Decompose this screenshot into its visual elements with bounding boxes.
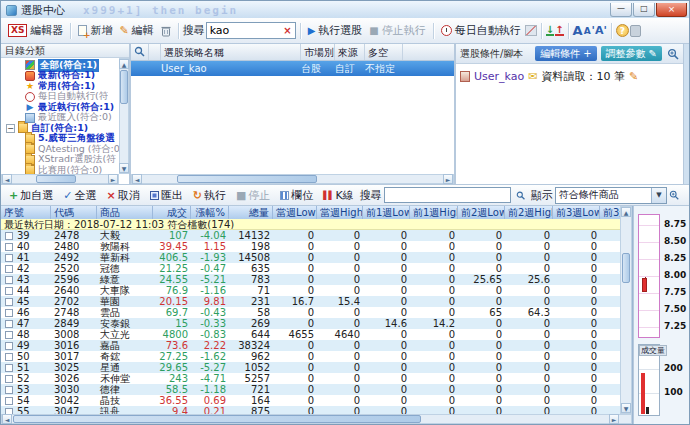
row-checkbox[interactable] [5,298,13,306]
scroll-left-arrow[interactable]: ◄ [132,174,142,184]
scroll-thumb[interactable] [177,175,317,183]
table-row[interactable]: 493016嘉晶73.62.22383240000000 [1,340,632,351]
row-checkbox[interactable] [5,265,13,273]
column-header-1[interactable]: 代碼 [51,206,97,219]
xs-editor-button[interactable]: XS 編輯器 [5,21,66,40]
run-button[interactable]: ↻執行 [189,188,230,203]
col-source[interactable]: 來源 [335,44,365,60]
clear-search-icon[interactable]: × [283,25,291,36]
adjust-params-button[interactable]: 調整參數 ✎ [601,46,662,61]
table-row[interactable]: 533030德律58.5-1.187210000000 [1,384,632,395]
row-checkbox[interactable] [5,386,13,394]
table-vertical-scrollbar[interactable]: ▲ ▼ [620,206,632,414]
row-checkbox[interactable] [5,353,13,361]
scroll-down-arrow[interactable]: ▼ [621,403,631,413]
row-checkbox[interactable] [5,276,13,284]
row-checkbox[interactable] [5,342,13,350]
font-smaller-button[interactable]: A [584,26,591,36]
strategy-search-input[interactable] [210,24,280,37]
column-header-12[interactable]: 前3週Low [553,206,600,219]
kline-button[interactable]: ▌▌K線 [319,188,358,203]
new-button[interactable]: 新增 [75,21,115,40]
col-strategy-name[interactable]: 選股策略名稱 [161,44,301,60]
column-header-8[interactable]: 前1週Low [363,206,410,219]
table-row[interactable]: 472849安泰銀15-0.332690014.614.2000 [1,318,632,329]
scroll-left-arrow[interactable]: ◄ [2,414,12,424]
row-checkbox[interactable] [5,254,13,262]
list-search-icon[interactable] [131,44,149,60]
edit-pencil-icon[interactable]: ✎ [629,71,638,82]
scroll-thumb[interactable] [120,70,128,104]
scroll-thumb[interactable] [13,415,421,423]
row-checkbox[interactable] [5,364,13,372]
column-header-6[interactable]: 當週Low [273,206,317,219]
scroll-left-arrow[interactable]: ◄ [2,174,12,184]
table-row[interactable]: 432596綠意24.55-5.21783000025.6525.60 [1,274,632,285]
export-icon[interactable]: ↑ [555,25,563,36]
row-checkbox[interactable] [5,232,13,240]
table-row[interactable]: 442640大車隊76.9-1.16710000000 [1,285,632,296]
result-search-input[interactable] [387,190,509,201]
column-header-5[interactable]: 總量 [229,206,273,219]
column-header-4[interactable]: 漲幅% [191,206,229,219]
table-row[interactable]: 452702華園20.159.8123116.715.400000 [1,296,632,307]
tree-vertical-scrollbar[interactable]: ▲ ▼ [119,58,129,174]
font-larger-button[interactable]: A [573,23,583,38]
scroll-right-arrow[interactable]: ► [443,174,453,184]
col-side[interactable]: 多空 [365,44,403,60]
scroll-thumb[interactable] [36,175,76,183]
cancel-selection-button[interactable]: ×取消 [102,188,143,203]
scroll-up-arrow[interactable]: ▲ [119,59,129,69]
scroll-down-arrow[interactable]: ▼ [119,163,129,173]
scroll-right-arrow[interactable]: ► [108,174,118,184]
delete-button[interactable] [158,23,174,39]
select-all-button[interactable]: ✓全選 [59,188,100,203]
font-default-button[interactable]: A [592,24,607,37]
table-row[interactable]: 543042晶技36.550.691640000000 [1,395,632,406]
daily-auto-run-button[interactable]: 每日自動執行 [438,21,524,40]
result-filter-dropdown[interactable]: 符合條件商品 ▼ [555,187,667,204]
edit-condition-button[interactable]: 編輯條件 + [535,46,596,61]
column-header-13[interactable]: 前3週High [600,206,621,219]
table-row[interactable]: 412492華新科406.5-1.93145080000000 [1,252,632,263]
table-row[interactable]: 422520冠德21.25-0.476350000000 [1,263,632,274]
table-row[interactable]: 392478大毅107-4.04141320000000 [1,230,632,241]
column-header-2[interactable]: 商品 [97,206,153,219]
column-header-9[interactable]: 前1週High [410,206,458,219]
magnifier-icon[interactable] [516,190,525,201]
scroll-up-arrow[interactable]: ▲ [621,207,631,217]
row-checkbox[interactable] [5,320,13,328]
tree-expander-icon[interactable]: − [6,124,15,133]
scroll-right-arrow[interactable]: ► [609,414,619,424]
table-row[interactable]: 523026禾伸堂243-4.7152570000000 [1,373,632,384]
row-checkbox[interactable] [5,287,13,295]
column-header-0[interactable]: 序號 [1,206,51,219]
table-row[interactable]: 402480敦陽科39.451.151980000000 [1,241,632,252]
run-selection-button[interactable]: ▶ 執行選股 [305,21,366,40]
row-checkbox[interactable] [5,375,13,383]
help-icon[interactable]: ? [616,24,629,37]
import-icon[interactable]: ↓ [546,25,554,36]
table-row[interactable]: 483008大立光4800-0.836444655464000000 [1,329,632,340]
scroll-thumb[interactable] [622,253,630,283]
column-header-3[interactable]: 成交 [153,206,191,219]
close-button[interactable]: × [656,3,687,17]
table-row[interactable]: 503017奇鋐27.25-1.629620000000 [1,351,632,362]
minimize-button[interactable]: — [610,3,632,17]
condition-script-line[interactable]: User_kao ✉ 資料讀取：10 筆 ✎ [456,64,683,89]
row-checkbox[interactable] [5,331,13,339]
edit-button[interactable]: ✎ 編輯 [116,21,156,40]
zoom-icon[interactable] [667,48,679,60]
columns-button[interactable]: 欄位 [276,188,317,203]
add-watchlist-button[interactable]: +加自選 [5,188,57,203]
column-header-7[interactable]: 當週High [317,206,363,219]
tree-horizontal-scrollbar[interactable]: ◄ ► [1,174,119,184]
maximize-button[interactable]: □ [633,3,655,17]
export-button[interactable]: 匯出 [146,188,187,203]
column-header-11[interactable]: 前2週High [505,206,553,219]
column-header-10[interactable]: 前2週Low [458,206,505,219]
row-checkbox[interactable] [5,243,13,251]
row-checkbox[interactable] [5,309,13,317]
table-row[interactable]: 462748雲品69.7-0.435800006564.30 [1,307,632,318]
col-market[interactable]: 市場別 [301,44,335,60]
